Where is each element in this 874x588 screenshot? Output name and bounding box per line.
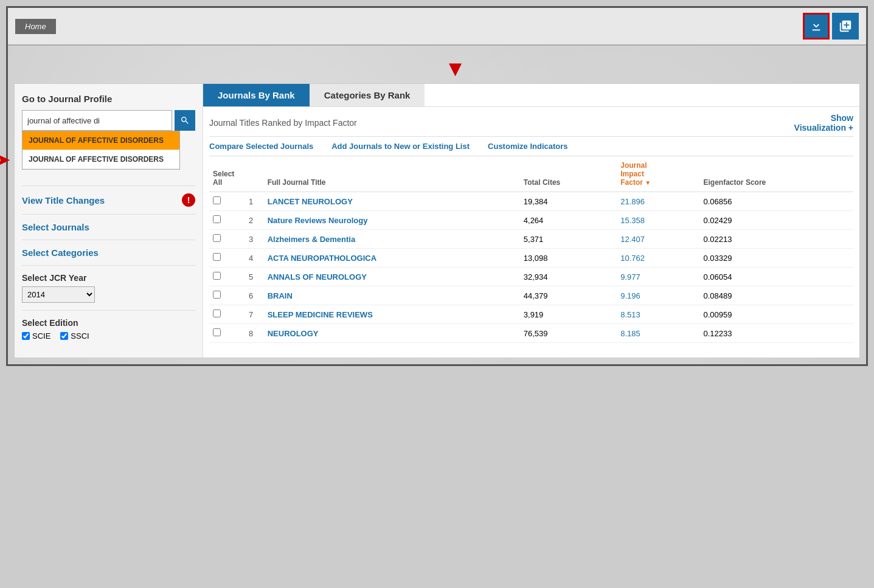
row-checkbox[interactable] — [213, 272, 221, 280]
header: Home — [8, 8, 866, 46]
table-header-row: SelectAll Full Journal Title Total Cites… — [209, 156, 853, 192]
select-edition-section: Select Edition SCIE SSCI — [22, 310, 195, 348]
home-button[interactable]: Home — [15, 19, 56, 34]
warning-icon: ! — [182, 193, 195, 207]
dropdown-item-1[interactable]: JOURNAL OF AFFECTIVE DISORDERS — [23, 131, 179, 150]
journal-title-link[interactable]: NEUROLOGY — [268, 329, 319, 338]
row-checkbox[interactable] — [213, 310, 221, 317]
add-collection-icon[interactable] — [832, 13, 859, 40]
row-rank: 5 — [238, 268, 263, 286]
add-journals-link[interactable]: Add Journals to New or Existing List — [331, 142, 470, 151]
select-journals-link[interactable]: Select Journals — [22, 222, 89, 232]
main-content: ➤ Go to Journal Profile JOURNA — [14, 83, 860, 358]
action-row: Compare Selected Journals Add Journals t… — [209, 137, 853, 156]
tab-categories-by-rank[interactable]: Categories By Rank — [310, 84, 425, 106]
download-icon[interactable] — [803, 13, 830, 40]
customize-indicators-link[interactable]: Customize Indicators — [488, 142, 567, 151]
view-title-changes-link[interactable]: View Title Changes — [22, 195, 105, 206]
journals-table: SelectAll Full Journal Title Total Cites… — [209, 156, 853, 343]
row-total-cites: 5,371 — [520, 230, 617, 249]
table-row: 6BRAIN44,3799.1960.08489 — [209, 286, 853, 305]
dropdown-item-2[interactable]: JOURNAL OF AFFECTIVE DISORDERS — [23, 150, 179, 169]
journal-title-link[interactable]: BRAIN — [268, 291, 293, 300]
row-rank: 4 — [238, 249, 263, 268]
journals-table-wrapper: SelectAll Full Journal Title Total Cites… — [209, 156, 853, 343]
row-checkbox[interactable] — [213, 215, 221, 223]
row-eigenfactor: 0.02429 — [700, 211, 853, 230]
row-eigenfactor: 0.08489 — [700, 286, 853, 305]
row-checkbox[interactable] — [213, 328, 221, 336]
journal-dropdown: JOURNAL OF AFFECTIVE DISORDERS JOURNAL O… — [22, 131, 180, 170]
scie-text: SCIE — [32, 331, 50, 341]
left-arrow-icon: ➤ — [0, 151, 10, 170]
compare-journals-link[interactable]: Compare Selected Journals — [209, 142, 313, 151]
row-total-cites: 44,379 — [520, 286, 617, 305]
row-checkbox[interactable] — [213, 291, 221, 299]
journal-title-link[interactable]: ACTA NEUROPATHOLOGICA — [268, 254, 376, 263]
journal-title-link[interactable]: SLEEP MEDICINE REVIEWS — [268, 310, 373, 319]
search-container: JOURNAL OF AFFECTIVE DISORDERS JOURNAL O… — [22, 110, 195, 131]
row-checkbox[interactable] — [213, 196, 221, 204]
row-rank: 1 — [238, 192, 263, 211]
search-row — [22, 110, 195, 131]
sidebar: ➤ Go to Journal Profile JOURNA — [15, 84, 203, 358]
select-edition-label: Select Edition — [22, 318, 195, 328]
select-jcr-year-section: Select JCR Year 2014 2013 2012 — [22, 265, 195, 310]
main-area: Journals By Rank Categories By Rank Jour… — [203, 84, 859, 358]
select-categories-link[interactable]: Select Categories — [22, 247, 99, 258]
ssci-label: SSCI — [60, 331, 89, 341]
sidebar-title: Go to Journal Profile — [22, 94, 195, 104]
row-total-cites: 4,264 — [520, 211, 617, 230]
table-row: 2Nature Reviews Neurology4,26415.3580.02… — [209, 211, 853, 230]
row-rank: 6 — [238, 286, 263, 305]
tabs-row: Journals By Rank Categories By Rank — [203, 84, 859, 107]
journal-search-input[interactable] — [22, 110, 172, 131]
journal-title-link[interactable]: Nature Reviews Neurology — [268, 216, 368, 225]
row-impact-factor[interactable]: 21.896 — [617, 192, 699, 211]
col-title: Full Journal Title — [264, 156, 520, 192]
row-eigenfactor: 0.06856 — [700, 192, 853, 211]
row-eigenfactor: 0.12233 — [700, 324, 853, 343]
col-impact-factor: JournalImpactFactor ▼ — [617, 156, 699, 192]
tab-journals-by-rank[interactable]: Journals By Rank — [203, 84, 310, 106]
table-row: 8NEUROLOGY76,5398.1850.12233 — [209, 324, 853, 343]
row-impact-factor[interactable]: 8.185 — [617, 324, 699, 343]
row-total-cites: 76,539 — [520, 324, 617, 343]
show-visualization-button[interactable]: Show Visualization + — [794, 113, 853, 133]
col-rank — [238, 156, 263, 192]
scie-label: SCIE — [22, 331, 50, 341]
year-select[interactable]: 2014 2013 2012 — [22, 286, 95, 303]
row-impact-factor[interactable]: 12.407 — [617, 230, 699, 249]
table-title: Journal Titles Ranked by Impact Factor — [209, 118, 357, 128]
table-row: 1LANCET NEUROLOGY19,38421.8960.06856 — [209, 192, 853, 211]
row-rank: 7 — [238, 305, 263, 324]
row-impact-factor[interactable]: 10.762 — [617, 249, 699, 268]
row-eigenfactor: 0.00959 — [700, 305, 853, 324]
view-title-row: View Title Changes ! — [22, 193, 195, 207]
select-jcr-year-label: Select JCR Year — [22, 273, 195, 283]
row-impact-factor[interactable]: 8.513 — [617, 305, 699, 324]
row-checkbox[interactable] — [213, 253, 221, 261]
scie-checkbox[interactable] — [22, 332, 30, 340]
journal-title-link[interactable]: ANNALS OF NEUROLOGY — [268, 272, 367, 282]
row-eigenfactor: 0.06054 — [700, 268, 853, 286]
table-row: 5ANNALS OF NEUROLOGY32,9349.9770.06054 — [209, 268, 853, 286]
content-area: ▼ ➤ Go to Journal Profile — [8, 46, 866, 364]
edition-row: SCIE SSCI — [22, 331, 195, 341]
row-impact-factor[interactable]: 15.358 — [617, 211, 699, 230]
row-impact-factor[interactable]: 9.977 — [617, 268, 699, 286]
ssci-checkbox[interactable] — [60, 332, 68, 340]
row-rank: 2 — [238, 211, 263, 230]
journal-title-link[interactable]: Alzheimers & Dementia — [268, 235, 356, 244]
row-impact-factor[interactable]: 9.196 — [617, 286, 699, 305]
journal-title-link[interactable]: LANCET NEUROLOGY — [268, 197, 353, 206]
row-checkbox[interactable] — [213, 234, 221, 242]
table-row: 7SLEEP MEDICINE REVIEWS3,9198.5130.00959 — [209, 305, 853, 324]
select-journals-section: Select Journals — [22, 214, 195, 240]
select-categories-section: Select Categories — [22, 240, 195, 265]
search-button[interactable] — [175, 110, 195, 131]
row-rank: 8 — [238, 324, 263, 343]
row-rank: 3 — [238, 230, 263, 249]
col-select-all: SelectAll — [209, 156, 238, 192]
row-eigenfactor: 0.03329 — [700, 249, 853, 268]
